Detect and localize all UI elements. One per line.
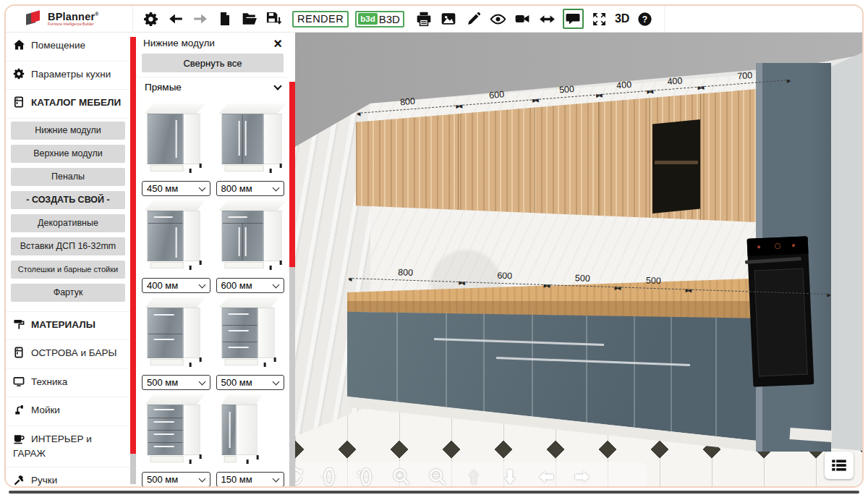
chevron-down-icon [198, 475, 205, 482]
eye-icon[interactable] [489, 9, 507, 28]
size-select[interactable]: 400 мм [142, 278, 210, 293]
catalog-item: 500 мм [140, 294, 212, 391]
list-icon [830, 456, 848, 475]
catalog-item: 400 мм [140, 197, 212, 294]
rotate-tilt-icon[interactable] [353, 465, 378, 486]
rotate-vertical-icon[interactable] [317, 465, 341, 486]
size-select[interactable]: 800 мм [216, 181, 285, 196]
island-cabinet-icon [13, 347, 27, 362]
cabinet-thumb-drawer-door-single[interactable] [140, 197, 212, 276]
sidebar-item-interior-garage[interactable]: ИНТЕРЬЕР и ГАРАЖ [6, 426, 130, 468]
svg-text:?: ? [642, 14, 647, 24]
dimension-segment: 600 [462, 265, 548, 285]
catalog-button-create-own[interactable]: - СОЗДАТЬ СВОЙ - [11, 191, 125, 209]
oven-handle [745, 257, 801, 264]
sidebar-item-islands-bars[interactable]: ОСТРОВА и БАРЫ [6, 340, 130, 369]
size-select[interactable]: 450 мм [142, 181, 210, 196]
new-file-icon[interactable] [216, 9, 234, 28]
zoom-in-icon[interactable] [389, 465, 414, 486]
chevron-down-icon [198, 281, 205, 288]
swap-horizontal-icon[interactable] [538, 9, 556, 28]
zoom-out-icon[interactable] [425, 465, 450, 486]
orbit-icon[interactable] [295, 465, 305, 486]
move-down-icon[interactable] [498, 465, 522, 486]
chevron-down-icon [273, 82, 281, 90]
size-select[interactable]: 600 мм [216, 278, 285, 293]
sidebar-item-furniture-catalog[interactable]: КАТАЛОГ МЕБЕЛИ [6, 90, 130, 119]
catalog-button-bottom-modules[interactable]: Нижние модули [11, 122, 125, 140]
render-button[interactable]: RENDER [292, 11, 349, 28]
move-left-icon[interactable] [534, 465, 558, 486]
fullscreen-icon[interactable] [590, 9, 608, 28]
section-straight[interactable]: Прямые [136, 77, 289, 96]
cabinet-thumb-door-single[interactable] [140, 100, 212, 179]
dimension-segment: 500 [547, 268, 618, 287]
app-window: BPlanner® Furniture Intelligence Builder [4, 4, 864, 488]
size-select[interactable]: 500 мм [142, 472, 210, 486]
3d-viewport[interactable]: 800600500400400700 8006005005001000 [295, 33, 862, 486]
size-select[interactable]: 150 мм [216, 472, 285, 486]
close-icon[interactable]: × [273, 38, 282, 48]
cabinet-thumb-cargo-narrow[interactable] [215, 391, 286, 470]
cup-icon [13, 433, 27, 448]
sidebar-item-materials[interactable]: МАТЕРИАЛЫ [6, 312, 130, 341]
bplanner-logo-icon [25, 9, 43, 28]
move-right-icon[interactable] [570, 465, 595, 486]
catalog-button-countertops[interactable]: Столешки и барные стойки [11, 261, 125, 279]
cabinet-thumb-drawers-2[interactable] [140, 294, 212, 373]
redo-arrow-icon[interactable] [191, 9, 209, 28]
scene-menu-button[interactable] [825, 452, 854, 479]
catalog-item: 600 мм [215, 197, 286, 294]
size-select[interactable]: 500 мм [142, 375, 210, 390]
built-in-oven[interactable] [747, 236, 814, 386]
cabinet-thumb-drawers-4[interactable] [140, 391, 212, 470]
settings-gear-icon[interactable] [142, 9, 160, 28]
cabinet-thumb-drawer-door-double[interactable] [215, 197, 286, 276]
catalog-button-dsp-inserts[interactable]: Вставки ДСП 16-32mm [11, 237, 125, 255]
pencil-icon[interactable] [464, 9, 482, 28]
app-logo[interactable]: BPlanner® Furniture Intelligence Builder [6, 6, 133, 32]
sidebar-scrollbar[interactable] [130, 33, 136, 486]
print-icon[interactable] [415, 9, 433, 28]
size-select[interactable]: 500 мм [216, 375, 285, 390]
undo-arrow-icon[interactable] [166, 9, 184, 28]
panel-scrollbar[interactable] [289, 33, 295, 486]
sidebar-item-sinks[interactable]: Мойки [6, 397, 130, 426]
chat-button-active[interactable] [563, 9, 584, 29]
cabinet-thumb-door-double[interactable] [215, 100, 286, 179]
viewport-toolbar [295, 462, 647, 486]
sidebar-item-kitchen-params[interactable]: Параметры кухни [6, 62, 130, 90]
monitor-icon [13, 376, 27, 391]
catalog-buttons-group: Нижние модули Верхние модули Пеналы - СО… [6, 119, 130, 312]
top-toolbar: BPlanner® Furniture Intelligence Builder [6, 6, 862, 33]
b3d-badge: b3d [358, 13, 377, 25]
catalog-button-backsplash[interactable]: Фартук [11, 284, 125, 302]
chevron-down-icon [273, 475, 280, 482]
help-icon[interactable]: ? [636, 9, 654, 28]
paint-roller-icon [13, 318, 27, 334]
catalog-button-decorative[interactable]: Декоративные [11, 214, 125, 232]
sidebar-item-room[interactable]: Помещение [6, 33, 130, 62]
open-wall-cabinet[interactable] [652, 119, 700, 213]
save-icon[interactable] [265, 9, 283, 28]
video-camera-icon[interactable] [514, 9, 532, 28]
dimension-segment: 800 [349, 261, 462, 282]
catalog-item: 150 мм [215, 391, 286, 486]
sidebar-item-appliances[interactable]: Техника [6, 369, 130, 398]
catalog-grid: 450 мм 800 мм 400 мм 600 мм [136, 96, 289, 486]
cabinet-thumb-drawers-3[interactable] [215, 294, 286, 373]
collapse-all-button[interactable]: Свернуть все [142, 54, 284, 72]
sidebar-item-handles[interactable]: Ручки [6, 468, 130, 486]
open-folder-icon[interactable] [240, 9, 258, 28]
panel-title: Нижние модули [143, 38, 215, 48]
home-icon [13, 39, 27, 54]
move-up-icon[interactable] [461, 465, 486, 486]
catalog-button-top-modules[interactable]: Верхние модули [11, 145, 125, 163]
faucet-icon [13, 404, 27, 419]
3d-mode-button[interactable]: 3D [615, 12, 629, 25]
catalog-button-tall-units[interactable]: Пеналы [11, 168, 125, 186]
image-icon[interactable] [440, 9, 458, 28]
chevron-down-icon [273, 184, 280, 191]
sidebar: Помещение Параметры кухни КАТАЛОГ МЕБЕЛИ… [6, 33, 130, 486]
b3d-button[interactable]: b3d B3D [355, 11, 404, 28]
